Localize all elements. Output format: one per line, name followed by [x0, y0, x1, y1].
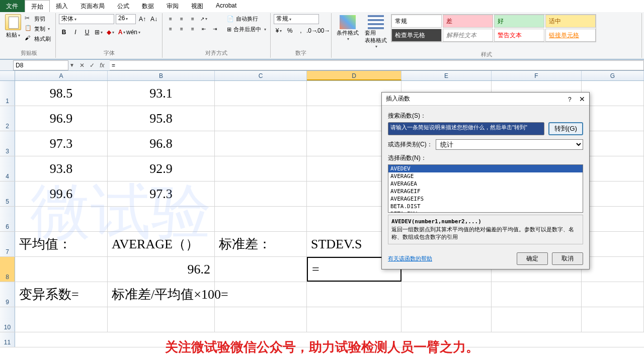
cell-a5[interactable]: 99.6 [15, 182, 108, 206]
tab-data[interactable]: 数据 [136, 0, 160, 12]
cancel-formula-button[interactable]: ✕ [77, 61, 87, 70]
style-normal[interactable]: 常规 [391, 15, 442, 28]
fill-color-button[interactable]: ◆ [105, 27, 115, 37]
indent-inc-button[interactable]: ⇥ [210, 24, 220, 33]
align-top-button[interactable]: ≡ [166, 14, 176, 23]
select-all-corner[interactable] [0, 71, 15, 80]
font-name-combo[interactable]: 宋体 [59, 14, 114, 24]
paste-button[interactable]: 粘贴 [5, 14, 21, 39]
currency-button[interactable]: ¥ [274, 26, 284, 36]
shrink-font-button[interactable]: A↓ [149, 14, 159, 24]
style-bad[interactable]: 差 [443, 15, 493, 28]
format-painter-button[interactable]: 格式刷 [23, 34, 52, 43]
align-center-button[interactable]: ≡ [177, 24, 187, 33]
tab-insert[interactable]: 插入 [50, 0, 74, 12]
conditional-format-button[interactable]: 条件格式 [335, 14, 361, 42]
style-explanatory[interactable]: 解释性文本 [443, 29, 493, 42]
style-good[interactable]: 好 [494, 15, 544, 28]
tab-home[interactable]: 开始 [25, 0, 50, 12]
row-header[interactable]: 10 [0, 307, 15, 332]
comma-button[interactable]: , [296, 26, 306, 36]
cell-a4[interactable]: 93.8 [15, 156, 108, 181]
col-header-a[interactable]: A [15, 71, 108, 80]
cell-b4[interactable]: 92.9 [108, 156, 215, 181]
col-header-g[interactable]: G [582, 71, 644, 80]
cell-a9[interactable]: 变异系数= [15, 282, 108, 307]
cell-b3[interactable]: 96.8 [108, 131, 215, 156]
underline-button[interactable]: U [82, 27, 92, 37]
cell-c1[interactable] [215, 81, 307, 106]
tab-layout[interactable]: 页面布局 [74, 0, 111, 12]
row-header[interactable]: 4 [0, 156, 15, 181]
name-box[interactable] [13, 60, 68, 70]
copy-button[interactable]: 复制 [23, 24, 52, 33]
row-header[interactable]: 8 [0, 257, 15, 282]
font-color-button[interactable]: A [117, 27, 127, 37]
cancel-button[interactable]: 取消 [552, 252, 583, 265]
list-item[interactable]: AVERAGEA [388, 180, 583, 188]
cell-c7[interactable]: 标准差： [215, 232, 307, 256]
col-header-f[interactable]: F [492, 71, 582, 80]
cell-b2[interactable]: 95.8 [108, 106, 215, 131]
tab-formula[interactable]: 公式 [111, 0, 136, 12]
style-neutral[interactable]: 适中 [545, 15, 596, 28]
cell-a2[interactable]: 96.9 [15, 106, 108, 131]
decrease-decimal-button[interactable]: .00→ [318, 26, 328, 36]
percent-button[interactable]: % [285, 26, 295, 36]
phonetic-button[interactable]: wén [128, 27, 138, 37]
bold-button[interactable]: B [59, 27, 69, 37]
dialog-close-button[interactable]: ✕ [579, 95, 585, 103]
function-search-input[interactable]: 请输入一条简短说明来描述您想做什么，然后单击"转到" [388, 122, 544, 135]
number-format-combo[interactable]: 常规 [274, 14, 319, 24]
function-help-link[interactable]: 有关该函数的帮助 [388, 255, 432, 262]
style-link[interactable]: 链接单元格 [545, 29, 596, 42]
wrap-text-button[interactable]: 📄自动换行 [226, 14, 267, 24]
row-header[interactable]: 9 [0, 282, 15, 307]
grow-font-button[interactable]: A↑ [137, 14, 147, 24]
cell-a7[interactable]: 平均值： [15, 232, 108, 256]
row-header[interactable]: 1 [0, 81, 15, 106]
go-button[interactable]: 转到(G) [548, 122, 583, 135]
tab-review[interactable]: 审阅 [160, 0, 185, 12]
align-left-button[interactable]: ≡ [166, 24, 176, 33]
align-middle-button[interactable]: ≡ [177, 14, 187, 23]
col-header-b[interactable]: B [108, 71, 215, 80]
dialog-help-button[interactable]: ? [568, 96, 572, 103]
cell-b9[interactable]: 标准差/平均值×100= [108, 282, 215, 307]
insert-function-button[interactable]: fx [98, 61, 107, 70]
cell-b8[interactable]: 96.2 [108, 257, 215, 282]
col-header-c[interactable]: C [215, 71, 307, 80]
ok-button[interactable]: 确定 [517, 252, 548, 265]
border-button[interactable]: ⊞ [94, 27, 104, 37]
col-header-e[interactable]: E [401, 71, 492, 80]
font-size-combo[interactable]: 26 [116, 14, 136, 24]
list-item[interactable]: BETA.INV [388, 210, 583, 213]
list-item[interactable]: BETA.DIST [388, 203, 583, 210]
tab-acrobat[interactable]: Acrobat [210, 0, 243, 12]
list-item[interactable]: AVERAGEIF [388, 188, 583, 195]
cell-styles-gallery[interactable]: 常规 差 好 适中 检查单元格 解释性文本 警告文本 链接单元格 [391, 14, 596, 42]
list-item[interactable]: AVERAGE [388, 172, 583, 180]
col-header-d[interactable]: D [307, 71, 401, 80]
italic-button[interactable]: I [70, 27, 80, 37]
tab-view[interactable]: 视图 [185, 0, 210, 12]
row-header[interactable]: 6 [0, 207, 15, 231]
cut-button[interactable]: 剪切 [23, 14, 52, 23]
align-bottom-button[interactable]: ≡ [188, 14, 198, 23]
formula-input[interactable] [110, 60, 644, 70]
category-select[interactable]: 统计 [436, 139, 583, 150]
cell-b7[interactable]: AVERAGE（） [108, 232, 215, 256]
row-header[interactable]: 3 [0, 131, 15, 156]
align-right-button[interactable]: ≡ [188, 24, 198, 33]
table-format-button[interactable]: 套用 表格格式 [363, 14, 389, 50]
cell-b5[interactable]: 97.3 [108, 182, 215, 206]
row-header[interactable]: 2 [0, 106, 15, 131]
cell-a1[interactable]: 98.5 [15, 81, 108, 106]
style-warning[interactable]: 警告文本 [494, 29, 544, 42]
tab-file[interactable]: 文件 [0, 0, 25, 12]
indent-dec-button[interactable]: ⇤ [199, 24, 209, 33]
merge-center-button[interactable]: ⊞合并后居中 [226, 25, 267, 34]
row-header[interactable]: 5 [0, 182, 15, 206]
row-header[interactable]: 7 [0, 232, 15, 256]
function-list[interactable]: AVEDEV AVERAGE AVERAGEA AVERAGEIF AVERAG… [388, 164, 583, 213]
